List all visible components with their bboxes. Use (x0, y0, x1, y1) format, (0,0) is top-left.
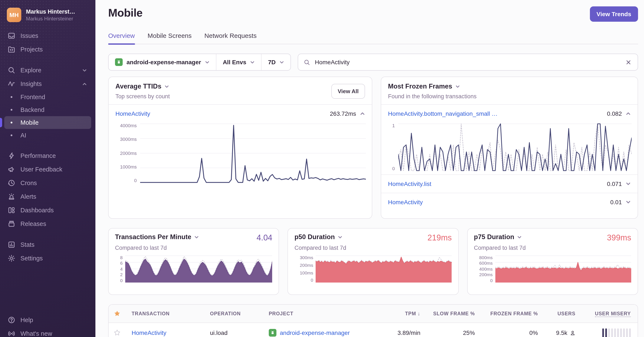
transaction-link[interactable]: HomeActivity.list (388, 180, 431, 187)
transaction-link[interactable]: HomeActivity (388, 199, 423, 206)
megaphone-icon (8, 166, 15, 173)
col-slow-frame[interactable]: SLOW FRAME % (420, 311, 475, 316)
sidebar-item-performance[interactable]: Performance (4, 149, 91, 163)
sidebar-item-label: Insights (20, 80, 77, 87)
tpm-chart[interactable] (125, 255, 272, 283)
transaction-link[interactable]: HomeActivity (132, 329, 166, 336)
metric-value: 399ms (607, 233, 631, 243)
metric-subtitle: Compared to last 7d (115, 245, 272, 251)
chevron-up-icon (82, 81, 87, 86)
sidebar-item-issues[interactable]: Issues (4, 29, 91, 42)
clear-search-button[interactable] (625, 58, 632, 66)
p50-duration-card: p50 Duration 219ms Compared to last 7d 3… (288, 228, 459, 295)
transaction-link[interactable]: HomeActivity (116, 110, 150, 117)
chevron-up-icon[interactable] (626, 111, 631, 116)
broadcast-icon (8, 330, 15, 337)
card-title: p50 Duration (294, 233, 335, 241)
ttid-chart[interactable] (140, 123, 366, 183)
tab-network-requests[interactable]: Network Requests (204, 32, 256, 44)
sidebar-item-backend[interactable]: Backend (4, 103, 91, 116)
col-operation[interactable]: OPERATION (210, 311, 269, 316)
p50-chart[interactable] (316, 255, 452, 283)
user-misery-bars (576, 328, 631, 337)
card-subtitle: Found in the following transactions (388, 93, 476, 100)
y-axis-labels: 4000ms3000ms2000ms1000ms0 (114, 123, 137, 183)
sidebar-item-ai[interactable]: AI (4, 129, 91, 142)
project-link[interactable]: android-expense-manager (280, 329, 350, 336)
card-title: Most Frozen Frames (388, 82, 452, 90)
nav-gap (4, 231, 91, 238)
environment-selector[interactable]: All Envs (216, 54, 261, 70)
metric-cards-row: Transactions Per Minute 4.04 Compared to… (108, 228, 638, 295)
date-range-selector[interactable]: 7D (261, 54, 291, 70)
frozen-value: 0.082 (607, 110, 622, 117)
sidebar-item-label: Stats (20, 241, 88, 248)
tab-overview[interactable]: Overview (108, 32, 135, 44)
sidebar-item-label: Performance (20, 152, 88, 159)
table-row: HomeActivity ui.load android-expense-man… (108, 323, 638, 337)
search-icon (8, 66, 15, 74)
col-tpm[interactable]: TPM ↓ (378, 311, 420, 317)
chevron-down-icon (455, 84, 460, 89)
chevron-down-icon (205, 60, 210, 64)
col-frozen-frame[interactable]: FROZEN FRAME % (475, 311, 538, 316)
app-root: MH Markus Hinterst… Markus Hintersteiner… (0, 0, 644, 337)
p75-chart[interactable] (495, 255, 631, 283)
search-input[interactable] (314, 58, 621, 66)
filter-bar: android-expense-manager All Envs 7D (108, 54, 638, 71)
date-range-value: 7D (268, 59, 276, 65)
sidebar-item-stats[interactable]: Stats (4, 238, 91, 252)
sidebar-item-user-feedback[interactable]: User Feedback (4, 163, 91, 176)
card-title-row[interactable]: p75 Duration (474, 233, 522, 241)
sidebar-item-insights[interactable]: Insights (4, 77, 91, 91)
sidebar-item-whats-new[interactable]: What's new (4, 327, 91, 337)
user-misery-cell (576, 328, 631, 337)
view-all-button[interactable]: View All (331, 84, 365, 98)
transaction-link[interactable]: HomeActivity.bottom_navigation_small … (388, 110, 498, 117)
tab-mobile-screens[interactable]: Mobile Screens (148, 32, 192, 44)
chevron-down-icon (517, 235, 522, 239)
sidebar-item-mobile[interactable]: Mobile (4, 116, 91, 129)
card-title: p75 Duration (474, 233, 514, 241)
col-user-misery[interactable]: USER MISERY (576, 311, 631, 316)
sidebar-item-crons[interactable]: Crons (4, 176, 91, 190)
sidebar-item-help[interactable]: Help (4, 313, 91, 327)
sidebar-item-alerts[interactable]: Alerts (4, 190, 91, 203)
card-title-row[interactable]: Most Frozen Frames (388, 82, 476, 90)
project-selector[interactable]: android-expense-manager (108, 54, 216, 70)
tab-bar: Overview Mobile Screens Network Requests (108, 32, 638, 44)
chevron-down-icon[interactable] (626, 200, 631, 205)
chevron-up-icon[interactable] (360, 111, 365, 116)
frozen-frames-chart[interactable] (398, 123, 632, 171)
col-users[interactable]: USERS (538, 311, 576, 316)
sidebar-item-label: What's new (20, 330, 88, 337)
android-platform-icon (115, 58, 123, 66)
chevron-down-icon[interactable] (626, 181, 631, 186)
star-header-icon[interactable] (114, 310, 132, 317)
card-title-row[interactable]: Transactions Per Minute (115, 233, 199, 241)
tpm-card: Transactions Per Minute 4.04 Compared to… (108, 228, 279, 295)
sidebar-item-frontend[interactable]: Frontend (4, 91, 91, 103)
col-transaction[interactable]: TRANSACTION (132, 311, 210, 316)
sidebar-item-explore[interactable]: Explore (4, 63, 91, 77)
sidebar-item-label: Backend (20, 106, 88, 113)
sort-descending-icon: ↓ (418, 311, 420, 317)
col-project[interactable]: PROJECT (269, 311, 378, 316)
user-menu[interactable]: MH Markus Hinterst… Markus Hintersteiner (0, 0, 96, 25)
folder-code-icon (8, 45, 15, 53)
favorite-star-button[interactable] (114, 329, 132, 336)
archive-box-icon (8, 220, 15, 228)
sidebar-item-releases[interactable]: Releases (4, 217, 91, 231)
sidebar-item-projects[interactable]: Projects (4, 42, 91, 56)
trend-line-icon (8, 80, 15, 88)
frozen-value: 0.01 (610, 199, 622, 206)
most-frozen-frames-card: Most Frozen Frames Found in the followin… (381, 77, 638, 219)
card-title-row[interactable]: Average TTIDs (116, 82, 170, 90)
sidebar-item-settings[interactable]: Settings (4, 252, 91, 265)
users-count: 9.5k (556, 329, 567, 336)
tpm-chart-block: 86420 (115, 255, 272, 283)
view-trends-button[interactable]: View Trends (590, 6, 638, 22)
sidebar-item-dashboards[interactable]: Dashboards (4, 203, 91, 217)
user-org: Markus Hintersteiner (26, 15, 75, 21)
card-title-row[interactable]: p50 Duration (294, 233, 342, 241)
